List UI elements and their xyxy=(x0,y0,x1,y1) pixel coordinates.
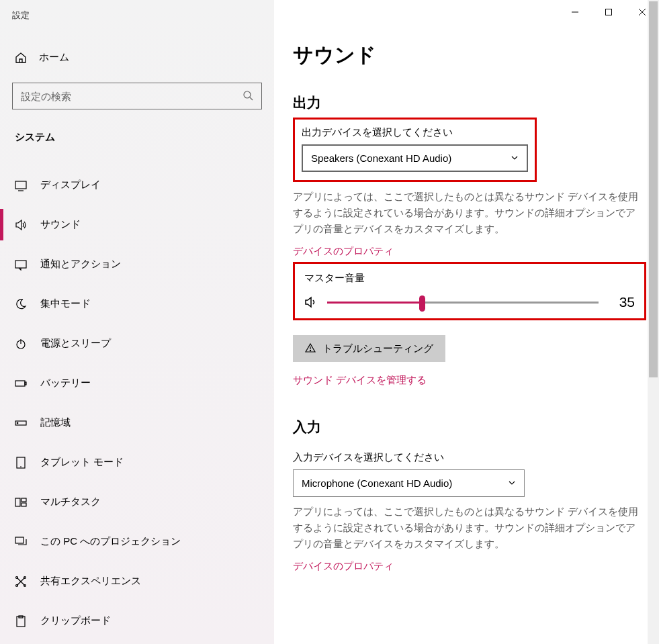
output-choose-label: 出力デバイスを選択してください xyxy=(302,126,528,139)
slider-thumb[interactable] xyxy=(419,295,425,312)
display-icon xyxy=(15,179,27,191)
sidebar-item-display[interactable]: ディスプレイ xyxy=(0,165,274,205)
input-device-dropdown[interactable]: Microphone (Conexant HD Audio) xyxy=(293,469,525,497)
sidebar-item-storage[interactable]: 記憶域 xyxy=(0,403,274,443)
sidebar-item-label: 集中モード xyxy=(40,297,91,310)
master-volume-highlight: マスター音量 35 xyxy=(293,262,646,320)
sidebar-item-label: バッテリー xyxy=(40,377,91,389)
sidebar-item-multitask[interactable]: マルチタスク xyxy=(0,482,274,522)
sidebar-item-sound[interactable]: サウンド xyxy=(0,205,274,244)
projection-icon xyxy=(15,536,27,548)
sound-icon xyxy=(15,219,27,231)
category-heading: システム xyxy=(0,109,274,156)
sidebar-item-label: この PC へのプロジェクション xyxy=(40,535,181,548)
sidebar-item-focus[interactable]: 集中モード xyxy=(0,284,274,324)
troubleshoot-button[interactable]: トラブルシューティング xyxy=(293,335,445,362)
manage-sound-devices-link[interactable]: サウンド デバイスを管理する xyxy=(293,374,646,387)
sidebar-item-clipboard[interactable]: クリップボード xyxy=(0,601,274,641)
chevron-down-icon xyxy=(508,477,516,489)
output-device-highlight: 出力デバイスを選択してください Speakers (Conexant HD Au… xyxy=(293,118,537,182)
tablet-icon xyxy=(15,457,27,469)
input-choose-label: 入力デバイスを選択してください xyxy=(293,451,646,464)
svg-rect-6 xyxy=(15,181,26,189)
svg-rect-12 xyxy=(25,382,26,385)
output-heading: 出力 xyxy=(293,93,646,112)
nav-list: ディスプレイ サウンド 通知とアクション 集中モード 電源とスリープ バッテリー xyxy=(0,156,274,641)
svg-point-30 xyxy=(310,350,310,351)
page-title: サウンド xyxy=(293,0,646,69)
moon-icon xyxy=(15,298,27,310)
sidebar-item-label: 記憶域 xyxy=(40,416,71,429)
volume-slider[interactable] xyxy=(327,302,599,304)
search-field[interactable] xyxy=(21,91,243,102)
sidebar-item-label: 通知とアクション xyxy=(40,258,121,271)
sidebar-item-label: タブレット モード xyxy=(40,456,124,469)
master-volume-label: マスター音量 xyxy=(304,272,635,285)
sidebar-item-label: サウンド xyxy=(40,218,81,231)
scrollbar[interactable] xyxy=(648,0,659,644)
troubleshoot-label: トラブルシューティング xyxy=(322,342,433,355)
svg-rect-17 xyxy=(15,498,20,506)
svg-point-4 xyxy=(244,91,251,98)
sidebar-item-shared[interactable]: 共有エクスペリエンス xyxy=(0,561,274,601)
window-title: 設定 xyxy=(0,0,274,21)
sidebar-item-tablet[interactable]: タブレット モード xyxy=(0,443,274,482)
home-icon xyxy=(15,52,27,64)
share-icon xyxy=(15,576,27,588)
sidebar-item-label: ディスプレイ xyxy=(40,179,101,191)
input-device-properties-link[interactable]: デバイスのプロパティ xyxy=(293,560,646,573)
storage-icon xyxy=(15,417,27,429)
sidebar-item-label: マルチタスク xyxy=(40,496,101,508)
multitask-icon xyxy=(15,496,27,508)
notification-icon xyxy=(15,259,27,271)
svg-rect-8 xyxy=(15,261,26,268)
svg-rect-18 xyxy=(21,498,26,502)
search-icon xyxy=(243,90,253,103)
volume-value: 35 xyxy=(608,294,635,310)
output-note: アプリによっては、ここで選択したものとは異なるサウンド デバイスを使用するように… xyxy=(293,189,642,237)
output-device-dropdown[interactable]: Speakers (Conexant HD Audio) xyxy=(302,144,528,172)
sidebar-item-label: 共有エクスペリエンス xyxy=(40,575,141,588)
sidebar-item-notifications[interactable]: 通知とアクション xyxy=(0,244,274,284)
output-device-properties-link[interactable]: デバイスのプロパティ xyxy=(293,245,646,258)
home-label: ホーム xyxy=(39,51,69,64)
scrollbar-thumb[interactable] xyxy=(649,1,658,377)
sidebar-item-battery[interactable]: バッテリー xyxy=(0,363,274,403)
input-note: アプリによっては、ここで選択したものとは異なるサウンド デバイスを使用するように… xyxy=(293,504,642,552)
sidebar-item-label: 電源とスリープ xyxy=(40,337,111,350)
input-heading: 入力 xyxy=(293,418,646,436)
svg-rect-11 xyxy=(15,381,25,386)
home-link[interactable]: ホーム xyxy=(0,21,274,71)
svg-line-5 xyxy=(250,97,253,100)
clipboard-icon xyxy=(15,615,27,627)
warning-icon xyxy=(305,342,316,355)
volume-icon xyxy=(304,295,318,309)
sidebar-item-power[interactable]: 電源とスリープ xyxy=(0,324,274,363)
power-icon xyxy=(15,338,27,350)
battery-icon xyxy=(15,377,27,389)
main-content: サウンド 出力 出力デバイスを選択してください Speakers (Conexa… xyxy=(274,0,659,644)
search-input[interactable] xyxy=(12,83,262,109)
svg-rect-20 xyxy=(15,537,24,543)
svg-rect-19 xyxy=(21,503,26,506)
output-device-value: Speakers (Conexant HD Audio) xyxy=(311,152,451,164)
sidebar-item-projection[interactable]: この PC へのプロジェクション xyxy=(0,522,274,561)
sidebar-item-label: クリップボード xyxy=(40,614,111,627)
sidebar: 設定 ホーム システム ディスプレイ サウンド xyxy=(0,0,274,644)
input-device-value: Microphone (Conexant HD Audio) xyxy=(302,477,452,489)
svg-point-14 xyxy=(17,422,18,424)
chevron-down-icon xyxy=(511,152,519,164)
